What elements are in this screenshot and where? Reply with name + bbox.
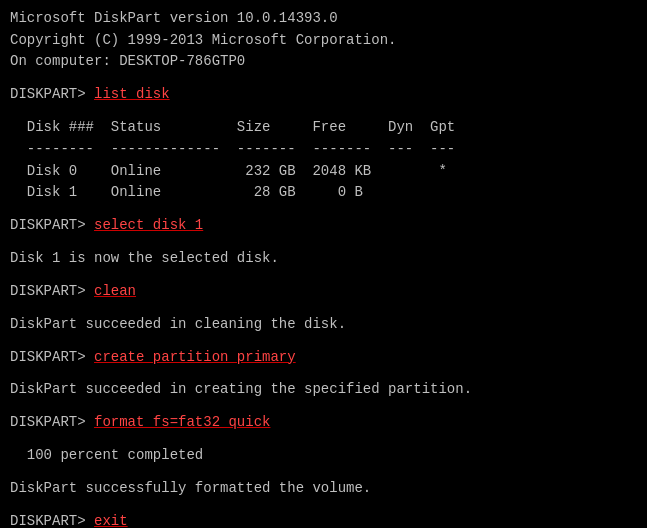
terminal-line: DiskPart successfully formatted the volu…: [10, 478, 637, 500]
terminal-line: Disk ### Status Size Free Dyn Gpt: [10, 117, 637, 139]
copyright-line: Copyright (C) 1999-2013 Microsoft Corpor…: [10, 30, 637, 52]
terminal-line: [10, 270, 637, 281]
prompt: DISKPART>: [10, 217, 94, 233]
terminal-line: Disk 0 Online 232 GB 2048 KB *: [10, 161, 637, 183]
terminal-window: Microsoft DiskPart version 10.0.14393.0 …: [10, 8, 637, 528]
terminal-line: [10, 204, 637, 215]
prompt: DISKPART>: [10, 349, 94, 365]
terminal-line: Disk 1 Online 28 GB 0 B: [10, 182, 637, 204]
terminal-line: Disk 1 is now the selected disk.: [10, 248, 637, 270]
terminal-line: [10, 335, 637, 346]
terminal-line: DISKPART> exit: [10, 511, 637, 528]
command: format fs=fat32 quick: [94, 414, 270, 430]
prompt: DISKPART>: [10, 414, 94, 430]
prompt: DISKPART>: [10, 513, 94, 528]
terminal-line: [10, 368, 637, 379]
version-line: Microsoft DiskPart version 10.0.14393.0: [10, 8, 637, 30]
terminal-line: [10, 237, 637, 248]
terminal-line: [10, 434, 637, 445]
command: clean: [94, 283, 136, 299]
terminal-line: DISKPART> list disk: [10, 84, 637, 106]
prompt: DISKPART>: [10, 86, 94, 102]
terminal-line: 100 percent completed: [10, 445, 637, 467]
terminal-line: [10, 500, 637, 511]
terminal-content: DISKPART> list disk Disk ### Status Size…: [10, 73, 637, 528]
command: select disk 1: [94, 217, 203, 233]
command: list disk: [94, 86, 170, 102]
computer-line: On computer: DESKTOP-786GTP0: [10, 51, 637, 73]
terminal-line: [10, 106, 637, 117]
terminal-line: [10, 303, 637, 314]
terminal-line: DISKPART> clean: [10, 281, 637, 303]
command: exit: [94, 513, 128, 528]
prompt: DISKPART>: [10, 283, 94, 299]
terminal-line: [10, 73, 637, 84]
command: create partition primary: [94, 349, 296, 365]
terminal-line: DISKPART> format fs=fat32 quick: [10, 412, 637, 434]
terminal-line: [10, 467, 637, 478]
terminal-line: DISKPART> create partition primary: [10, 347, 637, 369]
terminal-line: DiskPart succeeded in cleaning the disk.: [10, 314, 637, 336]
terminal-line: DISKPART> select disk 1: [10, 215, 637, 237]
terminal-line: -------- ------------- ------- ------- -…: [10, 139, 637, 161]
terminal-line: [10, 401, 637, 412]
terminal-line: DiskPart succeeded in creating the speci…: [10, 379, 637, 401]
